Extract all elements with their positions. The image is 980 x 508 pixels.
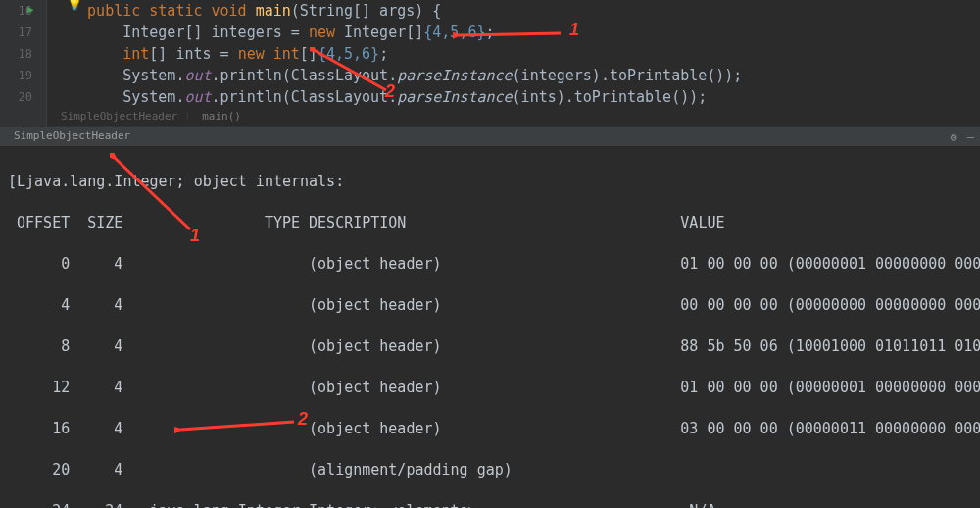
console-line: 0 4 (object header) 01 00 00 00 (0000000… <box>8 254 972 275</box>
console-tab-bar[interactable]: SimpleObjectHeader ⚙ — <box>0 126 980 147</box>
code-line-18[interactable]: int[] ints = new int[]{4,5,6}; <box>61 43 980 65</box>
console-line: 12 4 (object header) 01 00 00 00 (000000… <box>8 378 972 398</box>
code-body[interactable]: public static void main(String[] args) {… <box>47 0 980 108</box>
code-line-19[interactable]: System.out.println(ClassLayout.parseInst… <box>61 65 980 86</box>
console-header: OFFSET SIZE TYPE DESCRIPTION VALUE <box>8 213 972 233</box>
console-tab[interactable]: SimpleObjectHeader <box>6 126 138 147</box>
minus-icon[interactable]: — <box>967 130 974 144</box>
breadcrumb[interactable]: SimpleObjectHeader 〉 main() <box>47 106 241 126</box>
code-line-20[interactable]: System.out.println(ClassLayout.parseInst… <box>61 86 980 108</box>
console-line: [Ljava.lang.Integer; object internals: <box>8 172 972 192</box>
gutter: ▶ 16 17 18 19 20 <box>0 0 47 126</box>
chevron-right-icon: 〉 <box>185 110 194 123</box>
console-output[interactable]: [Ljava.lang.Integer; object internals: O… <box>0 147 980 508</box>
run-gutter-icon[interactable]: ▶ <box>27 3 34 16</box>
console-line: 20 4 (alignment/padding gap) <box>8 460 972 481</box>
line-number: 17 <box>0 22 32 43</box>
line-number: 19 <box>0 65 32 86</box>
line-number: 18 <box>0 43 32 65</box>
code-line-16[interactable]: public static void main(String[] args) { <box>61 0 980 22</box>
line-number: 20 <box>0 86 32 108</box>
gear-icon[interactable]: ⚙ <box>951 130 957 144</box>
console-line: 4 4 (object header) 00 00 00 00 (0000000… <box>8 295 972 316</box>
breadcrumb-class[interactable]: SimpleObjectHeader <box>61 110 177 123</box>
console-line: 16 4 (object header) 03 00 00 00 (000000… <box>8 419 972 439</box>
console-line: 24 24 java.lang.Integer Integer;.<elemen… <box>8 501 972 508</box>
console-line: 8 4 (object header) 88 5b 50 06 (1000100… <box>8 336 972 357</box>
code-editor[interactable]: ▶ 16 17 18 19 20 💡 public static void ma… <box>0 0 980 126</box>
breadcrumb-method[interactable]: main() <box>202 110 241 123</box>
code-line-17[interactable]: Integer[] integers = new Integer[]{4,5,6… <box>61 22 980 43</box>
